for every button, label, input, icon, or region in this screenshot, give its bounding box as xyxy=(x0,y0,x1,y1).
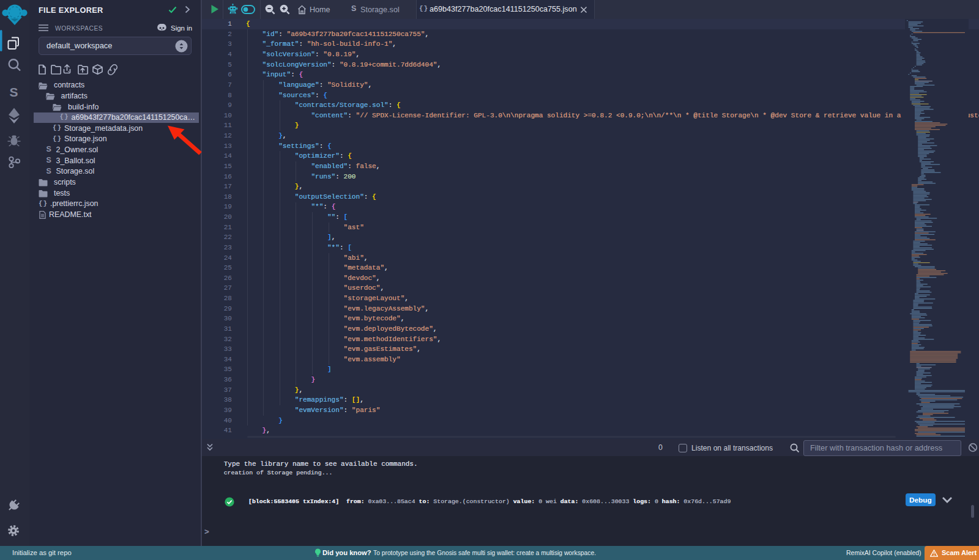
svg-text:S: S xyxy=(10,85,18,99)
